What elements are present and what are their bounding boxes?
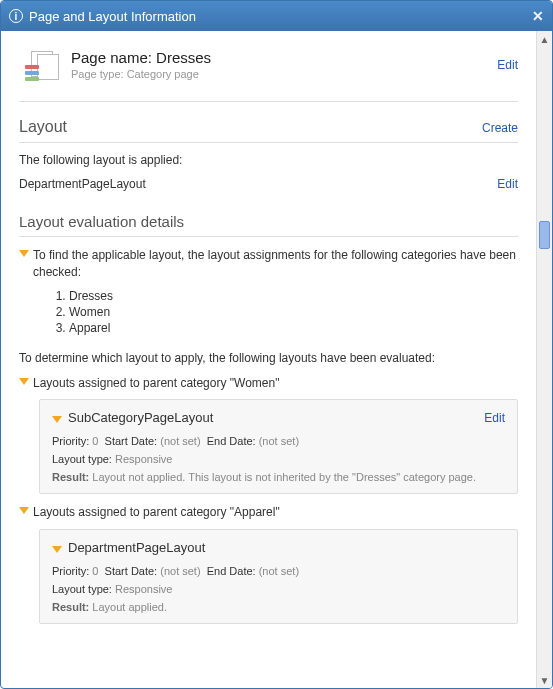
create-layout-link[interactable]: Create: [482, 121, 518, 135]
layout-card-title: DepartmentPageLayout: [68, 540, 205, 555]
info-icon: i: [9, 9, 23, 23]
eval-categories-block: To find the applicable layout, the layou…: [19, 247, 518, 343]
layout-type-row: Layout type: Responsive: [52, 583, 505, 595]
layout-card: SubCategoryPageLayout Edit Priority: 0 S…: [39, 399, 518, 494]
edit-layout-link[interactable]: Edit: [497, 177, 518, 191]
layout-applied-text: The following layout is applied:: [19, 153, 518, 167]
layout-group-label: Layouts assigned to parent category "App…: [33, 504, 280, 521]
chevron-down-icon: [52, 546, 62, 553]
eval-determine-text: To determine which layout to apply, the …: [19, 351, 518, 365]
layout-card-toggle[interactable]: DepartmentPageLayout: [52, 540, 205, 555]
layout-type-row: Layout type: Responsive: [52, 453, 505, 465]
applied-layout-row: DepartmentPageLayout Edit: [19, 177, 518, 191]
scroll-thumb[interactable]: [539, 221, 550, 249]
layout-card-title: SubCategoryPageLayout: [68, 410, 213, 425]
chevron-down-icon: [19, 378, 29, 385]
dialog: i Page and Layout Information ✕ Page nam…: [0, 0, 553, 689]
close-icon[interactable]: ✕: [532, 8, 544, 24]
content-area: Page name: Dresses Page type: Category p…: [1, 31, 536, 688]
edit-layout-card-link[interactable]: Edit: [484, 411, 505, 425]
scroll-down-icon[interactable]: ▼: [537, 672, 552, 688]
list-item: Dresses: [69, 289, 518, 303]
layout-meta-row: Priority: 0 Start Date: (not set) End Da…: [52, 565, 505, 577]
eval-find-text: To find the applicable layout, the layou…: [33, 247, 518, 281]
layout-group-toggle[interactable]: Layouts assigned to parent category "Wom…: [19, 375, 518, 392]
layout-group-label: Layouts assigned to parent category "Wom…: [33, 375, 279, 392]
page-icon: [25, 51, 61, 81]
layout-heading-text: Layout: [19, 118, 67, 136]
scroll-up-icon[interactable]: ▲: [537, 31, 552, 47]
chevron-down-icon: [52, 416, 62, 423]
page-name: Page name: Dresses: [71, 49, 497, 66]
layout-meta-row: Priority: 0 Start Date: (not set) End Da…: [52, 435, 505, 447]
layout-card: DepartmentPageLayout Priority: 0 Start D…: [39, 529, 518, 624]
titlebar[interactable]: i Page and Layout Information ✕: [1, 1, 552, 31]
separator: [19, 101, 518, 102]
edit-page-link[interactable]: Edit: [497, 58, 518, 72]
layout-card-toggle[interactable]: SubCategoryPageLayout: [52, 410, 213, 425]
list-item: Apparel: [69, 321, 518, 335]
category-list: Dresses Women Apparel: [39, 289, 518, 335]
applied-layout-name: DepartmentPageLayout: [19, 177, 146, 191]
eval-categories-toggle[interactable]: To find the applicable layout, the layou…: [19, 247, 518, 281]
scrollbar[interactable]: ▲ ▼: [536, 31, 552, 688]
eval-heading: Layout evaluation details: [19, 207, 518, 237]
layout-group-toggle[interactable]: Layouts assigned to parent category "App…: [19, 504, 518, 521]
layout-result-row: Result: Layout not applied. This layout …: [52, 471, 505, 483]
page-header: Page name: Dresses Page type: Category p…: [19, 41, 518, 95]
layout-group: Layouts assigned to parent category "App…: [19, 504, 518, 624]
list-item: Women: [69, 305, 518, 319]
page-type: Page type: Category page: [71, 68, 497, 80]
layout-result-row: Result: Layout applied.: [52, 601, 505, 613]
dialog-title: Page and Layout Information: [29, 9, 532, 24]
chevron-down-icon: [19, 507, 29, 514]
dialog-body: Page name: Dresses Page type: Category p…: [1, 31, 552, 688]
layout-section-heading: Layout Create: [19, 112, 518, 143]
layout-group: Layouts assigned to parent category "Wom…: [19, 375, 518, 495]
chevron-down-icon: [19, 250, 29, 257]
